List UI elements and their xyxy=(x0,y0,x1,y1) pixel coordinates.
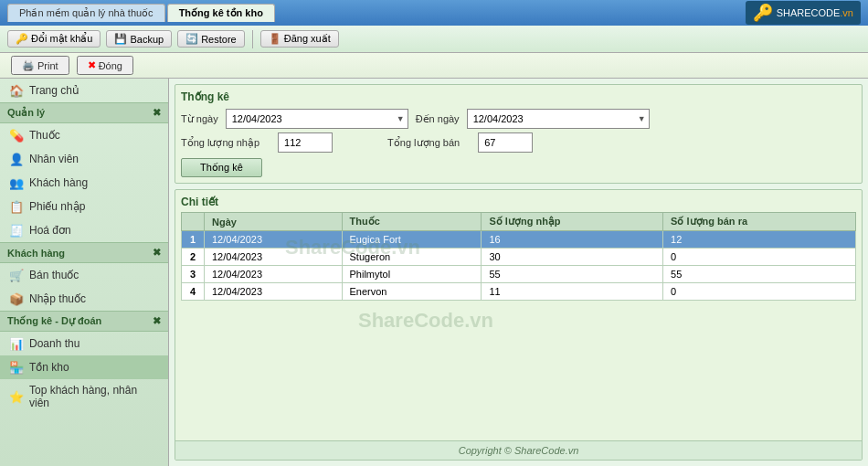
action-bar: 🖨️ Print ✖ Đóng xyxy=(0,53,868,79)
thongke-row1: Từ ngày 12/04/2023 Đến ngày 12/04/2023 xyxy=(181,109,856,129)
sidebar-item-phieunhap[interactable]: 📋 Phiếu nhập xyxy=(0,195,168,218)
col-thuoc: Thuốc xyxy=(342,213,482,231)
table-body: 1 12/04/2023 Eugica Fort 16 12 2 12/04/2… xyxy=(182,231,856,301)
title-bar: Phần mềm quản lý nhà thuốc Thống kê tồn … xyxy=(0,0,868,26)
title-tabs: Phần mềm quản lý nhà thuốc Thống kê tồn … xyxy=(7,4,746,22)
sidebar-item-home[interactable]: 🏠 Trang chủ xyxy=(0,79,168,102)
table-row[interactable]: 2 12/04/2023 Stugeron 30 0 xyxy=(182,249,856,266)
label-denngay: Đến ngày xyxy=(416,113,460,125)
top-icon: ⭐ xyxy=(9,389,24,404)
col-soluongban: Số lượng bán ra xyxy=(663,213,856,231)
table-row[interactable]: 4 12/04/2023 Enervon 11 0 xyxy=(182,283,856,301)
backup-icon: 💾 xyxy=(114,33,127,45)
restore-icon: 🔄 xyxy=(185,33,198,45)
cell-soluongban: 55 xyxy=(663,266,856,283)
label-tungay: Từ ngày xyxy=(181,113,218,125)
thongke-section: Thống kê Từ ngày 12/04/2023 Đến ngày 12/… xyxy=(175,84,863,184)
date-to-wrapper[interactable]: 12/04/2023 xyxy=(467,109,650,129)
revenue-icon: 📊 xyxy=(9,336,24,351)
sidebar: 🏠 Trang chủ Quản lý ✖ 💊 Thuốc 👤 Nhân viê… xyxy=(0,79,169,466)
cell-stt: 3 xyxy=(182,266,205,283)
cell-thuoc: Eugica Fort xyxy=(342,231,482,249)
dangxuat-button[interactable]: 🚪 Đăng xuất xyxy=(260,30,339,48)
watermark2: ShareCode.vn xyxy=(358,309,493,333)
staff-icon: 👤 xyxy=(9,152,24,166)
date-to-input[interactable]: 12/04/2023 xyxy=(467,109,650,129)
close-button[interactable]: ✖ Đóng xyxy=(77,56,133,75)
sidebar-item-banthuoc[interactable]: 🛒 Bán thuốc xyxy=(0,263,168,287)
cell-thuoc: Enervon xyxy=(342,283,482,301)
restore-button[interactable]: 🔄 Restore xyxy=(177,30,245,48)
sidebar-item-nhanvien[interactable]: 👤 Nhân viên xyxy=(0,147,168,171)
cell-soluongban: 0 xyxy=(663,283,856,301)
cell-ngay: 12/04/2023 xyxy=(205,249,343,266)
logo: 🔑 SHARECODE.vn xyxy=(746,1,861,25)
main-layout: 🏠 Trang chủ Quản lý ✖ 💊 Thuốc 👤 Nhân viê… xyxy=(0,79,868,466)
col-soluongnhap: Số lượng nhập xyxy=(482,213,663,231)
receive-icon: 📦 xyxy=(9,291,24,306)
inventory-icon: 🏪 xyxy=(9,360,24,375)
col-ngay: Ngày xyxy=(205,213,343,231)
label-tongban: Tổng lượng bán xyxy=(387,137,460,149)
sidebar-item-tonkho[interactable]: 🏪 Tồn kho xyxy=(0,355,168,379)
cell-soluongnhap: 16 xyxy=(482,231,663,249)
value-tongnhap: 112 xyxy=(278,132,333,153)
backup-button[interactable]: 💾 Backup xyxy=(106,30,172,48)
cell-thuoc: Stugeron xyxy=(342,249,482,266)
customer-icon: 👥 xyxy=(9,175,24,190)
cell-thuoc: Philmytol xyxy=(342,266,482,283)
toolbar-separator xyxy=(252,30,253,48)
doi-mat-khau-button[interactable]: 🔑 Đổi mật khẩu xyxy=(7,30,101,48)
thongke-title: Thống kê xyxy=(181,90,856,103)
print-button[interactable]: 🖨️ Print xyxy=(11,56,69,75)
logo-icon: 🔑 xyxy=(753,3,773,23)
table-row[interactable]: 1 12/04/2023 Eugica Fort 16 12 xyxy=(182,231,856,249)
key-icon: 🔑 xyxy=(16,33,28,45)
sell-icon: 🛒 xyxy=(9,268,24,282)
section2-expand-icon: ✖ xyxy=(153,247,161,259)
invoice-icon: 🧾 xyxy=(9,223,24,238)
table-header-row: Ngày Thuốc Số lượng nhập Số lượng bán ra xyxy=(182,213,856,231)
copyright-bar: Copyright © ShareCode.vn xyxy=(175,440,862,460)
cell-soluongnhap: 11 xyxy=(482,283,663,301)
data-table: Ngày Thuốc Số lượng nhập Số lượng bán ra… xyxy=(181,212,856,301)
cell-stt: 2 xyxy=(182,249,205,266)
sidebar-item-nhapthuoc[interactable]: 📦 Nhập thuốc xyxy=(0,287,168,311)
chitiet-title: Chi tiết xyxy=(181,196,856,208)
sidebar-item-topkhach[interactable]: ⭐ Top khách hàng, nhân viên xyxy=(0,379,168,414)
chitiet-section: Chi tiết ShareCode.vn ShareCode.vn Ngày … xyxy=(175,189,863,461)
sidebar-item-thuoc[interactable]: 💊 Thuốc xyxy=(0,123,168,147)
thongke-button[interactable]: Thống kê xyxy=(181,158,262,177)
thongke-btn-row: Thống kê xyxy=(181,158,856,177)
date-from-input[interactable]: 12/04/2023 xyxy=(226,109,408,129)
close-icon: ✖ xyxy=(88,59,96,71)
sidebar-section-khachhang: Khách hàng ✖ xyxy=(0,242,168,263)
sidebar-item-hoadon[interactable]: 🧾 Hoá đơn xyxy=(0,218,168,242)
content-area: Thống kê Từ ngày 12/04/2023 Đến ngày 12/… xyxy=(169,79,868,466)
home-icon: 🏠 xyxy=(9,83,24,98)
sidebar-item-khachhang[interactable]: 👥 Khách hàng xyxy=(0,171,168,195)
sidebar-section-quanly: Quản lý ✖ xyxy=(0,102,168,123)
section-expand-icon: ✖ xyxy=(153,107,161,119)
toolbar: 🔑 Đổi mật khẩu 💾 Backup 🔄 Restore 🚪 Đăng… xyxy=(0,26,868,53)
cell-ngay: 12/04/2023 xyxy=(205,283,343,301)
sidebar-section-thongke: Thống kê - Dự đoán ✖ xyxy=(0,311,168,332)
tab-tonkho[interactable]: Thống kê tồn kho xyxy=(167,4,275,22)
print-icon: 🖨️ xyxy=(22,59,35,71)
table-row[interactable]: 3 12/04/2023 Philmytol 55 55 xyxy=(182,266,856,283)
import-icon: 📋 xyxy=(9,199,24,214)
cell-stt: 4 xyxy=(182,283,205,301)
cell-soluongban: 0 xyxy=(663,249,856,266)
label-tongnhap: Tổng lượng nhập xyxy=(181,137,259,149)
value-tongban: 67 xyxy=(478,132,533,153)
tab-main[interactable]: Phần mềm quản lý nhà thuốc xyxy=(7,4,165,22)
medicine-icon: 💊 xyxy=(9,128,24,143)
cell-soluongnhap: 55 xyxy=(482,266,663,283)
cell-stt: 1 xyxy=(182,231,205,249)
copyright-text: Copyright © ShareCode.vn xyxy=(459,445,579,456)
logo-text: SHARECODE.vn xyxy=(777,7,853,18)
cell-ngay: 12/04/2023 xyxy=(205,231,343,249)
date-from-wrapper[interactable]: 12/04/2023 xyxy=(226,109,408,129)
cell-soluongban: 12 xyxy=(663,231,856,249)
sidebar-item-doanhthu[interactable]: 📊 Doanh thu xyxy=(0,332,168,355)
